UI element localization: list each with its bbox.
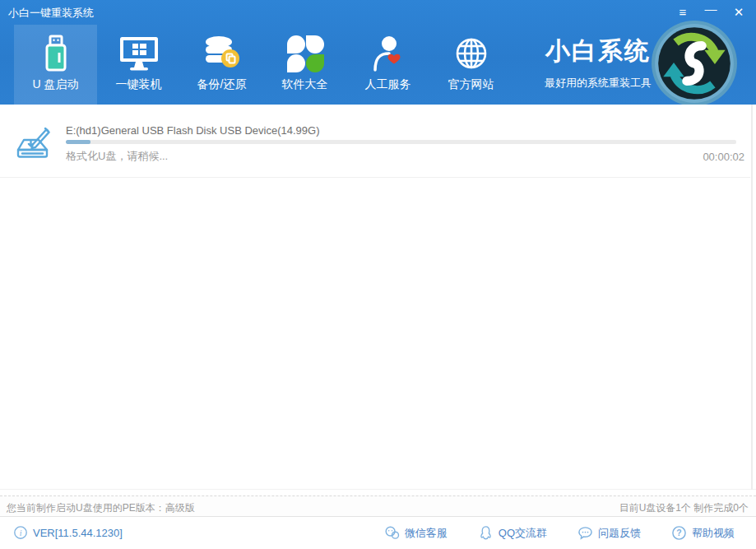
feedback-bubble-icon [577, 525, 593, 541]
main-content: E:(hd1)General USB Flash Disk USB Device… [0, 105, 756, 490]
footer-links: 微信客服 QQ交流群 问题反馈 ? [384, 525, 735, 541]
help-question-icon: ? [671, 525, 687, 541]
elapsed-timer: 00:00:02 [703, 151, 744, 163]
nav-item-one-key-install[interactable]: 一键装机 [97, 25, 180, 105]
app-window: 小白一键重装系统 ≡ — ✕ U 盘启动 [0, 0, 756, 549]
version-button[interactable]: i VER[11.5.44.1230] [13, 525, 123, 540]
database-backup-icon [201, 32, 243, 75]
close-icon[interactable]: ✕ [728, 3, 749, 21]
qq-icon [478, 525, 494, 541]
nav-label: 一键装机 [116, 77, 162, 92]
status-bar: 您当前制作启动U盘使用的PE版本：高级版 目前U盘设备1个 制作完成0个 [0, 495, 756, 516]
window-title: 小白一键重装系统 [8, 6, 94, 21]
main-bottom-divider [0, 489, 756, 490]
window-controls: ≡ — ✕ [672, 3, 749, 21]
device-count-text: 目前U盘设备1个 制作完成0个 [619, 501, 749, 515]
footer-link-label: QQ交流群 [499, 526, 547, 541]
footer-link-label: 问题反馈 [598, 526, 641, 541]
row-separator [0, 177, 750, 178]
feedback-link[interactable]: 问题反馈 [577, 525, 641, 541]
qq-group-link[interactable]: QQ交流群 [478, 525, 547, 541]
disk-write-icon [14, 120, 55, 163]
menu-icon[interactable]: ≡ [672, 3, 693, 21]
nav-label: 备份/还原 [197, 77, 247, 92]
nav-item-backup-restore[interactable]: 备份/还原 [180, 25, 263, 105]
progress-bar [66, 140, 736, 144]
device-label: E:(hd1)General USB Flash Disk USB Device… [66, 124, 320, 137]
task-status-text: 格式化U盘，请稍候... [66, 149, 168, 164]
nav-label: 官方网站 [448, 77, 494, 92]
brand-name: 小白系统 [536, 35, 660, 68]
usb-drive-icon [35, 32, 77, 75]
brand-block: 小白系统 最好用的系统重装工具 [536, 35, 660, 91]
info-icon: i [13, 525, 28, 540]
progress-fill [66, 140, 90, 144]
nav-label: U 盘启动 [33, 77, 79, 92]
help-video-link[interactable]: ? 帮助视频 [671, 525, 735, 541]
brand-tagline: 最好用的系统重装工具 [536, 76, 660, 91]
svg-text:?: ? [676, 528, 681, 537]
footer-link-label: 微信客服 [405, 526, 448, 541]
nav-label: 人工服务 [365, 77, 411, 92]
nav-item-official-website[interactable]: 官方网站 [429, 25, 513, 105]
nav-label: 软件大全 [282, 77, 328, 92]
nav-item-human-support[interactable]: 人工服务 [346, 25, 429, 105]
nav-item-usb-boot[interactable]: U 盘启动 [14, 25, 97, 105]
software-clover-icon [284, 32, 327, 75]
support-person-icon [367, 32, 410, 75]
usb-task-row: E:(hd1)General USB Flash Disk USB Device… [0, 105, 756, 177]
nav-item-software-center[interactable]: 软件大全 [263, 25, 346, 105]
svg-text:i: i [20, 528, 22, 537]
wechat-support-link[interactable]: 微信客服 [384, 525, 448, 541]
globe-icon [450, 32, 493, 75]
main-nav: U 盘启动 一键装机 [14, 25, 513, 105]
footer: i VER[11.5.44.1230] 微信客服 QQ交流群 [0, 516, 756, 549]
pe-version-text: 您当前制作启动U盘使用的PE版本：高级版 [7, 501, 195, 515]
footer-link-label: 帮助视频 [692, 526, 735, 541]
monitor-windows-icon [118, 32, 160, 75]
xiaobai-sync-logo-icon [651, 20, 738, 107]
wechat-icon [384, 525, 400, 541]
header: 小白一键重装系统 ≡ — ✕ U 盘启动 [0, 0, 756, 105]
version-label: VER[11.5.44.1230] [33, 527, 123, 539]
minimize-icon[interactable]: — [700, 3, 721, 21]
scrollbar[interactable] [751, 105, 753, 490]
